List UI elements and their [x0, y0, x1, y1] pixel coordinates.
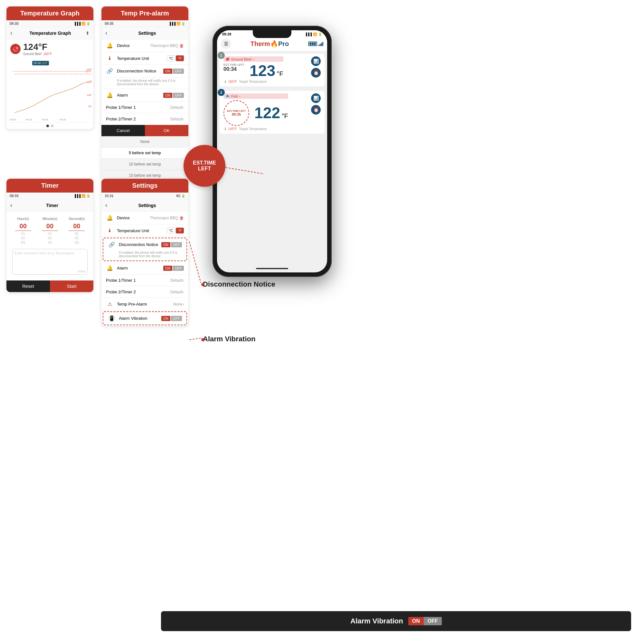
share-icon[interactable]: ⬆ — [86, 31, 90, 36]
unit-f-btn[interactable]: °F — [176, 55, 184, 61]
probe1-target-row: 🌡 160°F Target Temperature — [223, 79, 283, 84]
settings-alarm-vib-off[interactable]: OFF — [171, 316, 182, 321]
list-item-10[interactable]: 10 before set temp — [101, 159, 188, 170]
probe2-target-label: Target Temperature — [239, 127, 267, 131]
probe1-target: 160°F — [228, 80, 237, 83]
status-time-1: 09:30 — [10, 22, 19, 25]
phone-status-icons: ▐▐▐ 📶 🔋 — [305, 32, 322, 36]
probe1-chart-btn[interactable]: 📊 — [311, 56, 321, 66]
list-item-5[interactable]: 5 before set temp — [101, 147, 188, 159]
timer-buttons: Reset Start — [6, 280, 93, 292]
probe2-food-chevron: › — [239, 94, 241, 98]
disconnect-toggle: ON OFF — [163, 69, 184, 74]
x-label-4: 09:38 — [60, 118, 66, 121]
food-avatar: 🥩 — [10, 44, 21, 54]
device-icon: 🔔 — [106, 43, 114, 49]
nav-title-prealarm: Settings — [110, 31, 185, 36]
settings-delete-icon[interactable]: 🗑 — [179, 215, 184, 221]
probe1-est-block: EST.TIME LEFT 00:34 — [223, 63, 244, 79]
probe1-temp-block: 123 °F — [250, 63, 283, 79]
menu-icon[interactable]: ☰ — [221, 39, 231, 49]
settings-alarm-vib-on[interactable]: ON — [161, 316, 171, 321]
nav-bar-1: ‹ Temperature Graph ⬆ — [6, 27, 93, 39]
dot-1 — [46, 125, 49, 127]
hours-label: Hour(s) — [15, 217, 31, 221]
sig-bar2 — [320, 44, 321, 46]
reset-button[interactable]: Reset — [6, 280, 50, 292]
back-prealarm[interactable]: ‹ — [105, 30, 107, 36]
y-label-169: 169° — [87, 68, 92, 71]
alarm-off-btn[interactable]: OFF — [173, 93, 184, 98]
temp-unit-row: 🌡 Temperature Unit °C °F — [101, 52, 188, 65]
probe1-food-badge[interactable]: 🥩 Ground Beef › — [223, 56, 283, 62]
settings-disconnect-row: 🔗 Disconnection Notice ON OFF — [103, 238, 186, 251]
probe2-food-badge[interactable]: 🐟 Fish › — [223, 93, 288, 99]
start-button[interactable]: Start — [50, 280, 93, 292]
hours-value[interactable]: 00 — [15, 223, 31, 231]
probe2-chart-btn[interactable]: 📊 — [311, 93, 321, 103]
status-bar-1: 09:30 ▐▐▐ 📶 🔋 — [6, 20, 93, 27]
probe2-target-row: 🌡 145°F Target Temperature — [223, 127, 288, 131]
settings-alarm-on-btn[interactable]: ON — [163, 266, 173, 271]
probe2-target: 145°F — [228, 127, 237, 131]
sig-bar3 — [321, 43, 322, 46]
settings-disconnect-on[interactable]: ON — [161, 242, 171, 247]
settings-thermometer-icon: 🌡 — [106, 228, 114, 233]
batt-seg1 — [309, 43, 311, 45]
current-temp: 124°F — [23, 42, 52, 52]
settings-disconnect-off[interactable]: OFF — [171, 242, 182, 247]
disconnect-notice: If enabled, the phone will notify you if… — [101, 78, 188, 89]
x-label-3: 09:26 — [42, 118, 48, 121]
nav-title-1: Temperature Graph — [15, 31, 86, 36]
settings-alarm-icon: 🔔 — [106, 265, 114, 271]
status-icons-1: ▐▐▐ 📶 🔋 — [74, 22, 90, 25]
probe1-value: Default — [170, 105, 183, 110]
alarm-on-btn[interactable]: ON — [163, 93, 173, 98]
disconnect-on[interactable]: ON — [163, 69, 173, 74]
unit-c-btn[interactable]: °C — [167, 55, 175, 61]
minutes-sub1: 01 — [42, 232, 58, 235]
settings-alarm-vib-row: 📳 Alarm Vibration ON OFF — [103, 312, 186, 325]
thermometer-icon: 🌡 — [106, 55, 114, 61]
settings-device-row: 🔔 Device Thermopro BBQ 🗑 — [101, 212, 188, 224]
graph-time-badge: 09:28 123° — [32, 61, 49, 65]
probe1-target-label: Target Temperature — [239, 80, 267, 83]
alarm-icon: 🔔 — [106, 92, 114, 98]
status-icons-prealarm: ▐▐▐ 📶 🔋 — [169, 22, 185, 25]
probe2-number: 2 — [218, 89, 225, 96]
minutes-value[interactable]: 00 — [42, 223, 58, 231]
timer-content: Hour(s) 00 01 02 03 Minute(s) 00 01 02 0… — [6, 212, 93, 280]
alarm-vib-banner-toggle: ON OFF — [408, 617, 442, 625]
phone-notch — [253, 30, 291, 38]
comment-box[interactable]: Enter comment here (e.g. flip burgers) 0… — [12, 249, 88, 275]
list-item-none[interactable]: None — [101, 136, 188, 147]
delete-icon[interactable]: 🗑 — [179, 43, 184, 48]
signal-bars — [318, 42, 323, 46]
probe1-label: Probe 1/Timer 1 — [106, 105, 170, 110]
phone-app-header: ☰ Therm 🔥 Pro — [217, 37, 327, 51]
cancel-button[interactable]: Cancel — [101, 125, 145, 136]
hours-sub1: 01 — [15, 232, 31, 235]
settings-unit-c-btn[interactable]: °C — [167, 228, 175, 233]
settings-temp-unit-label: Temperature Unit — [117, 228, 167, 233]
settings-temp-pre-alarm-row: ⚠ Temp Pre-Alarm None › — [101, 298, 188, 311]
settings-alarm-off-btn[interactable]: OFF — [173, 266, 184, 271]
unit-toggle: °C °F — [167, 55, 184, 61]
panel-timer: Timer 09:33 ▐▐▐ 📶 🔋 ‹ Timer Hour(s) 00 0… — [6, 179, 93, 292]
x-label-1: 09:05 — [10, 118, 16, 121]
disconnect-icon: 🔗 — [106, 68, 114, 74]
probe2-alarm-btn[interactable]: ⏰ — [311, 105, 321, 115]
settings-prealarm-value: None — [173, 302, 183, 307]
nav-bar-prealarm: ‹ Settings — [101, 27, 188, 39]
disconnect-off[interactable]: OFF — [173, 69, 184, 74]
target-temp: 160°F — [43, 52, 52, 56]
back-settings[interactable]: ‹ — [105, 202, 107, 209]
settings-unit-f-btn[interactable]: °F — [176, 228, 184, 233]
seconds-value[interactable]: 00 — [69, 223, 85, 231]
comment-counter: 0/200 — [78, 270, 85, 273]
ok-button[interactable]: OK — [145, 125, 188, 136]
probe1-alarm-btn[interactable]: ⏰ — [311, 68, 321, 78]
back-button-1[interactable]: ‹ — [10, 30, 12, 36]
back-button-timer[interactable]: ‹ — [10, 202, 12, 209]
probe2-est-circle: EST.TIME LEFT 00:35 — [223, 100, 249, 126]
